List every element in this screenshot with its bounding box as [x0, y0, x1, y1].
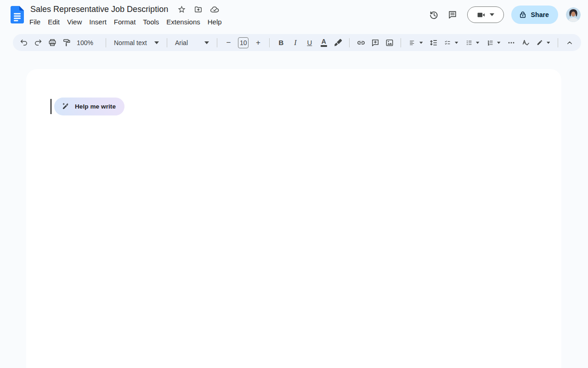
title-row: Sales Representative Job Description — [29, 3, 226, 16]
menu-file[interactable]: File — [26, 17, 44, 27]
menu-help[interactable]: Help — [204, 17, 226, 27]
numbered-list-button[interactable] — [484, 36, 504, 49]
collapse-toolbar-button[interactable] — [563, 36, 576, 49]
line-spacing-button[interactable] — [427, 36, 440, 49]
font-family-value: Arial — [175, 39, 188, 46]
undo-button[interactable] — [17, 36, 30, 49]
share-button[interactable]: Share — [511, 6, 558, 24]
menu-insert[interactable]: Insert — [85, 17, 110, 27]
print-icon — [48, 38, 57, 47]
join-call-button[interactable] — [467, 6, 504, 23]
arrow-drop-down-icon — [154, 41, 159, 44]
increase-font-size-button[interactable]: + — [251, 36, 265, 49]
text-color-icon: A — [321, 39, 327, 47]
redo-icon — [34, 38, 43, 47]
version-history-button[interactable] — [425, 6, 443, 24]
undo-icon — [19, 38, 28, 47]
editing-mode-button[interactable] — [533, 36, 553, 49]
title-block: Sales Representative Job Description — [29, 3, 226, 27]
align-button[interactable] — [406, 36, 426, 49]
title-actions — [175, 3, 220, 15]
italic-button[interactable]: I — [288, 36, 302, 49]
toolbar-divider — [217, 38, 217, 47]
menu-extensions[interactable]: Extensions — [163, 17, 204, 27]
arrow-drop-down-icon — [455, 41, 458, 44]
bulleted-list-icon — [466, 38, 473, 47]
document-title[interactable]: Sales Representative Job Description — [29, 5, 169, 14]
arrow-drop-down-icon — [497, 41, 500, 44]
star-button[interactable] — [175, 3, 187, 15]
move-folder-button[interactable] — [192, 3, 204, 15]
insert-image-button[interactable] — [383, 36, 396, 49]
menu-view[interactable]: View — [63, 17, 85, 27]
zoom-value: 100% — [77, 39, 93, 46]
toolbar-divider — [167, 38, 167, 47]
document-page[interactable]: Help me write — [26, 69, 561, 368]
more-options-button[interactable] — [505, 36, 518, 49]
minus-icon: − — [226, 38, 231, 47]
highlight-color-button[interactable] — [331, 36, 345, 49]
document-status-button[interactable] — [209, 3, 220, 15]
spellcheck-icon — [521, 38, 530, 47]
add-comment-icon — [371, 38, 380, 47]
magic-pencil-icon — [61, 102, 70, 111]
cloud-saved-icon — [210, 5, 220, 14]
add-comment-button[interactable] — [368, 36, 382, 49]
print-button[interactable] — [45, 36, 59, 49]
line-spacing-icon — [429, 38, 438, 47]
version-history-icon — [429, 10, 439, 20]
insert-link-icon — [356, 38, 366, 47]
bulleted-list-button[interactable] — [463, 36, 483, 49]
editing-mode-icon — [537, 38, 543, 47]
text-cursor — [51, 99, 51, 114]
align-left-icon — [409, 38, 416, 47]
highlight-icon — [334, 38, 343, 47]
insert-image-icon — [385, 38, 394, 47]
share-label: Share — [531, 11, 549, 18]
italic-icon: I — [294, 39, 296, 47]
arrow-drop-down-icon — [204, 41, 209, 44]
docs-logo[interactable] — [11, 6, 24, 23]
menu-format[interactable]: Format — [110, 17, 140, 27]
menu-edit[interactable]: Edit — [44, 17, 63, 27]
header-actions: Share — [425, 6, 581, 24]
toolbar-divider — [349, 38, 350, 47]
comments-button[interactable] — [443, 6, 462, 24]
paragraph-style-select[interactable]: Normal text — [111, 36, 162, 49]
arrow-drop-down-icon — [476, 41, 479, 44]
font-family-select[interactable]: Arial — [172, 36, 212, 49]
underline-icon: U — [307, 39, 312, 46]
arrow-drop-down-icon — [419, 41, 423, 44]
insert-link-button[interactable] — [354, 36, 368, 49]
arrow-drop-down-icon — [547, 41, 550, 44]
redo-button[interactable] — [31, 36, 45, 49]
checklist-icon — [444, 38, 451, 47]
decrease-font-size-button[interactable]: − — [222, 36, 235, 49]
font-size-input[interactable]: 10 — [238, 37, 249, 48]
menu-bar: File Edit View Insert Format Tools Exten… — [26, 17, 226, 27]
account-avatar[interactable] — [566, 7, 581, 22]
checklist-button[interactable] — [441, 36, 461, 49]
underline-button[interactable]: U — [303, 36, 316, 49]
bold-icon: B — [278, 39, 283, 46]
move-folder-icon — [194, 5, 203, 14]
toolbar: 100% Normal text Arial − 10 + B I U A — [13, 34, 581, 51]
help-me-write-button[interactable]: Help me write — [54, 98, 124, 115]
paint-format-icon — [62, 38, 71, 47]
toolbar-divider — [401, 38, 401, 47]
numbered-list-icon — [487, 38, 494, 47]
paragraph-style-value: Normal text — [114, 39, 147, 46]
bold-button[interactable]: B — [274, 36, 288, 49]
menu-tools[interactable]: Tools — [139, 17, 163, 27]
text-color-button[interactable]: A — [317, 36, 330, 49]
paint-format-button[interactable] — [60, 36, 73, 49]
spellcheck-button[interactable] — [519, 36, 532, 49]
toolbar-divider — [558, 38, 558, 47]
help-me-write-label: Help me write — [75, 103, 116, 110]
comments-icon — [447, 10, 458, 20]
toolbar-end — [554, 36, 577, 49]
zoom-select[interactable]: 100% — [74, 36, 101, 49]
toolbar-divider — [106, 38, 106, 47]
collapse-toolbar-icon — [565, 38, 574, 47]
toolbar-divider — [269, 38, 270, 47]
